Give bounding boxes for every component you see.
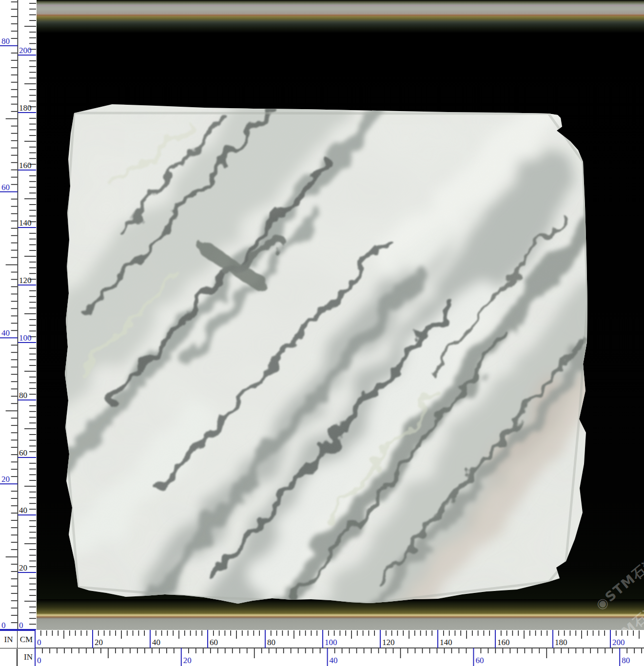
svg-text:80: 80 — [1, 37, 10, 46]
corner-unit-box: IN CM IN — [0, 630, 36, 666]
svg-text:120: 120 — [19, 276, 32, 285]
svg-text:160: 160 — [19, 161, 32, 170]
svg-text:140: 140 — [440, 638, 452, 647]
slab-texture — [63, 96, 592, 606]
svg-text:20: 20 — [95, 638, 103, 647]
svg-text:120: 120 — [382, 638, 395, 647]
unit-label-in-2: IN — [24, 649, 33, 666]
svg-text:40: 40 — [330, 656, 338, 665]
svg-text:100: 100 — [19, 333, 32, 343]
corner-row-in: IN — [0, 649, 35, 666]
corner-row-cm: IN CM — [0, 631, 35, 648]
horizontal-ruler: 020406080100120140160180200020406080 — [0, 630, 644, 666]
scan-image-area — [37, 0, 644, 666]
svg-text:0: 0 — [1, 621, 6, 630]
vertical-ruler: 200180160140120100806040200806040200 — [0, 0, 37, 630]
svg-text:0: 0 — [37, 638, 41, 647]
svg-text:200: 200 — [19, 46, 32, 55]
svg-text:60: 60 — [210, 638, 218, 647]
svg-text:20: 20 — [1, 475, 10, 484]
svg-text:180: 180 — [555, 638, 567, 647]
svg-text:160: 160 — [497, 638, 510, 647]
svg-text:180: 180 — [19, 103, 32, 113]
scanner-top-frame-band — [37, 0, 644, 33]
svg-text:60: 60 — [19, 448, 27, 457]
svg-text:140: 140 — [19, 218, 32, 228]
svg-text:40: 40 — [19, 506, 27, 515]
svg-text:80: 80 — [267, 638, 275, 647]
unit-label-cm: CM — [18, 631, 35, 648]
svg-text:80: 80 — [622, 656, 630, 665]
svg-text:60: 60 — [475, 656, 484, 665]
svg-text:0: 0 — [37, 656, 41, 665]
svg-text:40: 40 — [1, 328, 10, 338]
svg-text:60: 60 — [1, 183, 10, 192]
marble-slab-photo — [63, 96, 592, 606]
svg-text:80: 80 — [19, 391, 27, 400]
svg-text:0: 0 — [19, 621, 23, 630]
unit-label-in: IN — [0, 631, 18, 648]
svg-text:200: 200 — [612, 638, 625, 647]
corner-divider — [17, 649, 18, 666]
svg-text:100: 100 — [325, 638, 337, 647]
svg-text:20: 20 — [19, 563, 27, 572]
slab-scan-viewer: ◉STM石猫 ◉STM石猫 20018016014012010080604020… — [0, 0, 644, 666]
svg-text:40: 40 — [152, 638, 160, 647]
svg-text:20: 20 — [183, 656, 192, 665]
